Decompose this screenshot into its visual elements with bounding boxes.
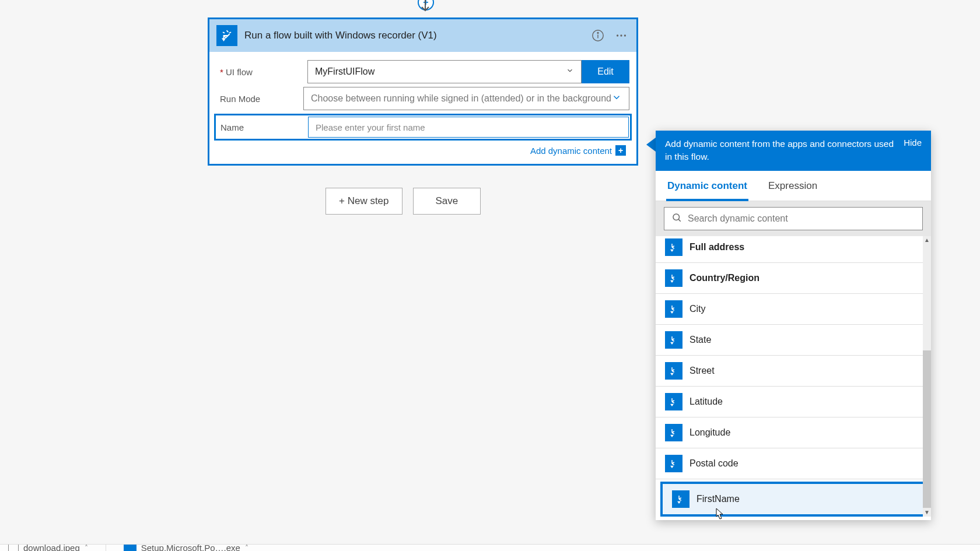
name-row-highlight: Name Please enter your first name [214, 114, 632, 141]
svg-point-5 [617, 34, 618, 36]
svg-marker-13 [671, 342, 673, 343]
ui-flow-dropdown[interactable]: MyFirstUIFlow [307, 60, 582, 83]
ui-flow-label: UI flow [216, 67, 304, 77]
action-card-header[interactable]: Run a flow built with Windows recorder (… [209, 19, 636, 52]
info-icon[interactable] [590, 27, 606, 44]
scroll-down-arrow-icon[interactable]: ▼ [923, 508, 931, 517]
run-mode-row: Run Mode Choose between running while si… [216, 87, 629, 110]
svg-marker-10 [671, 250, 673, 251]
svg-marker-18 [678, 501, 680, 503]
chevron-down-icon [611, 92, 622, 105]
svg-point-8 [673, 214, 680, 220]
connector-icon [665, 300, 682, 318]
run-mode-placeholder: Choose between running while signed in (… [311, 93, 611, 104]
chevron-up-icon[interactable]: ˄ [85, 544, 88, 551]
connector-arrow [416, 0, 434, 14]
dc-tabs: Dynamic content Expression [656, 171, 931, 201]
new-step-button[interactable]: + New step [326, 188, 402, 215]
chevron-up-icon[interactable]: ˄ [245, 544, 249, 551]
action-title: Run a flow built with Windows recorder (… [244, 30, 583, 41]
dc-item-label: Country/Region [690, 273, 760, 283]
svg-point-6 [620, 34, 622, 36]
dc-item-label: FirstName [696, 494, 740, 504]
tab-expression[interactable]: Expression [767, 177, 818, 201]
search-icon [671, 212, 682, 225]
action-card: Run a flow built with Windows recorder (… [208, 17, 638, 166]
name-input[interactable]: Please enter your first name [308, 117, 629, 138]
plus-icon: + [615, 145, 626, 156]
dc-search[interactable] [664, 207, 923, 230]
connector-icon [672, 490, 690, 508]
ui-flow-icon [216, 25, 237, 46]
run-mode-label: Run Mode [216, 94, 300, 104]
bottom-button-row: + New step Save [326, 188, 481, 215]
svg-marker-16 [671, 435, 673, 436]
dc-header: Add dynamic content from the apps and co… [656, 131, 931, 171]
dc-search-input[interactable] [688, 213, 915, 224]
svg-point-7 [624, 34, 626, 36]
dc-list: Full address Country/Region City State S… [656, 236, 931, 517]
run-mode-dropdown[interactable]: Choose between running while signed in (… [303, 87, 629, 110]
ui-flow-row: UI flow MyFirstUIFlow Edit [216, 60, 629, 83]
svg-marker-15 [671, 404, 673, 405]
connector-icon [665, 238, 682, 256]
dc-item-label: Postal code [690, 458, 738, 469]
dynamic-content-panel: Add dynamic content from the apps and co… [656, 131, 931, 520]
taskbar: download.jpeg ˄ Setup.Microsoft.Po….exe … [0, 544, 980, 551]
dc-item-latitude[interactable]: Latitude [656, 387, 931, 417]
dc-item-label: Full address [690, 242, 744, 252]
chevron-down-icon [566, 66, 574, 77]
name-placeholder: Please enter your first name [316, 122, 425, 132]
dc-item-full-address[interactable]: Full address [656, 236, 931, 263]
svg-marker-14 [671, 373, 673, 374]
exe-icon [124, 544, 136, 551]
action-card-body: UI flow MyFirstUIFlow Edit Run Mode Choo… [209, 52, 636, 164]
edit-button[interactable]: Edit [582, 60, 629, 83]
tab-dynamic-content[interactable]: Dynamic content [666, 177, 748, 201]
dc-header-text: Add dynamic content from the apps and co… [665, 138, 897, 164]
add-dynamic-content-link[interactable]: Add dynamic content + [216, 143, 629, 156]
add-dynamic-content-label: Add dynamic content [530, 146, 612, 156]
dc-item-longitude[interactable]: Longitude [656, 417, 931, 448]
dc-search-wrap [656, 201, 931, 236]
file-icon [8, 544, 19, 551]
connector-icon [665, 424, 682, 441]
taskbar-item-label: Setup.Microsoft.Po….exe [141, 544, 240, 551]
svg-marker-17 [671, 466, 673, 467]
hide-link[interactable]: Hide [904, 138, 922, 148]
dc-item-postal-code[interactable]: Postal code [656, 448, 931, 479]
taskbar-item-setup[interactable]: Setup.Microsoft.Po….exe ˄ [124, 544, 249, 551]
dc-item-label: Latitude [690, 396, 723, 407]
dc-item-label: Street [690, 366, 715, 376]
svg-marker-12 [671, 311, 673, 313]
svg-marker-11 [671, 280, 673, 282]
dc-item-label: Longitude [690, 427, 730, 438]
ui-flow-value: MyFirstUIFlow [315, 66, 374, 77]
dc-item-label: City [690, 304, 706, 314]
dc-item-city[interactable]: City [656, 294, 931, 325]
taskbar-item-label: download.jpeg [23, 544, 80, 551]
connector-icon [665, 331, 682, 349]
svg-line-9 [678, 219, 680, 221]
dc-item-state[interactable]: State [656, 325, 931, 356]
dc-item-label: State [690, 335, 711, 345]
more-menu-icon[interactable] [613, 27, 629, 44]
dc-callout-wedge [646, 138, 656, 152]
dc-item-firstname[interactable]: FirstName [660, 482, 926, 517]
connector-icon [665, 269, 682, 287]
connector-icon [665, 393, 682, 410]
connector-icon [665, 362, 682, 380]
svg-point-4 [597, 33, 598, 34]
name-label: Name [217, 122, 304, 132]
taskbar-separator [106, 544, 106, 551]
save-button[interactable]: Save [413, 188, 481, 215]
dc-item-street[interactable]: Street [656, 356, 931, 387]
dc-scroll-thumb[interactable] [923, 350, 931, 508]
scroll-up-arrow-icon[interactable]: ▲ [923, 236, 931, 244]
dc-scroll-track[interactable]: ▲ ▼ [923, 236, 931, 517]
svg-marker-1 [223, 39, 225, 41]
connector-icon [665, 455, 682, 472]
taskbar-item-download[interactable]: download.jpeg ˄ [8, 544, 88, 551]
dc-item-country-region[interactable]: Country/Region [656, 263, 931, 294]
